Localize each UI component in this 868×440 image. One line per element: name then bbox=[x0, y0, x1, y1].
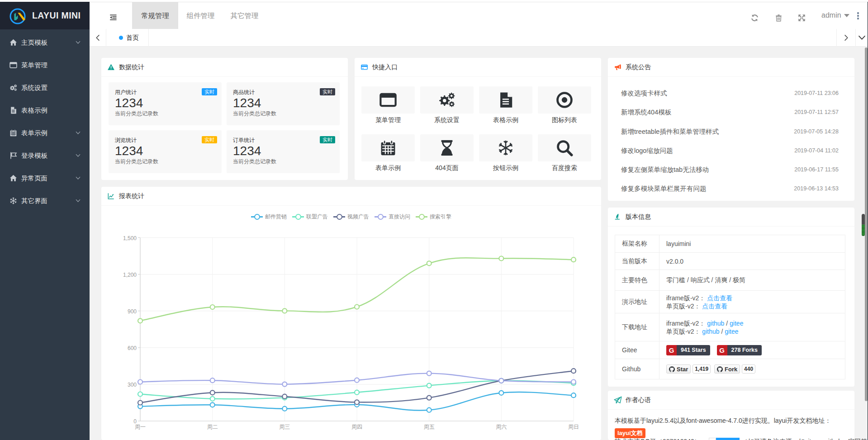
svg-text:周二: 周二 bbox=[207, 424, 218, 430]
svg-text:1,200: 1,200 bbox=[123, 272, 137, 278]
svg-text:1,500: 1,500 bbox=[123, 235, 137, 241]
svg-text:周三: 周三 bbox=[279, 424, 290, 430]
svg-text:300: 300 bbox=[128, 382, 137, 388]
svg-text:周四: 周四 bbox=[351, 424, 362, 430]
svg-text:周一: 周一 bbox=[135, 424, 146, 430]
svg-text:周五: 周五 bbox=[424, 424, 435, 430]
svg-text:周日: 周日 bbox=[568, 424, 579, 430]
svg-text:600: 600 bbox=[128, 345, 137, 351]
svg-text:周六: 周六 bbox=[496, 424, 507, 430]
svg-text:900: 900 bbox=[128, 308, 137, 315]
